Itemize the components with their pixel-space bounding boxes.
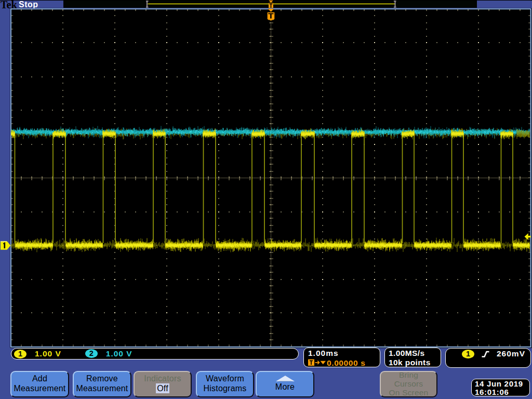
svg-text:0.00000 s: 0.00000 s: [327, 358, 365, 367]
